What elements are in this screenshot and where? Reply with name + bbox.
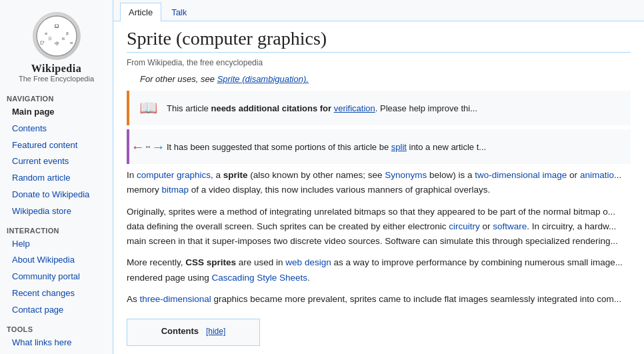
tools-title: Tools (0, 323, 113, 335)
svg-text:日: 日 (48, 37, 52, 41)
book-question-icon: 📖 (136, 96, 160, 120)
logo-title: Wikipedia (31, 63, 81, 75)
computer-graphics-link[interactable]: computer graphics (137, 170, 211, 180)
cascading-style-sheets-link[interactable]: Cascading Style Sheets (212, 273, 307, 283)
svg-text:Ω: Ω (54, 23, 59, 29)
sidebar-item-help[interactable]: Help (0, 236, 113, 253)
needs-citations-text: needs additional citations for (211, 103, 333, 113)
italic-note-prefix: For other uses, see (140, 74, 217, 84)
svg-text:中: 中 (54, 41, 59, 47)
sidebar: Ω α β ひ 中 и 日 Ж Wikipedia The Free Encyc… (0, 0, 113, 354)
contents-header: Contents [hide] (137, 326, 250, 336)
paragraph-2: Originally, sprites were a method of int… (127, 205, 631, 249)
tabs-bar: Article Talk (113, 0, 644, 21)
split-notice-text: It has been suggested that some portions… (167, 142, 486, 152)
split-notice: ← •• → It has been suggested that some p… (127, 129, 631, 164)
verification-notice: 📖 This article needs additional citation… (127, 91, 631, 125)
sidebar-item-contact[interactable]: Contact page (0, 302, 113, 319)
article-body: Sprite (computer graphics) From Wikipedi… (113, 21, 644, 354)
contents-box: Contents [hide] (127, 319, 260, 346)
tab-article[interactable]: Article (120, 3, 161, 21)
svg-text:Ж: Ж (61, 37, 65, 41)
svg-text:ひ: ひ (39, 40, 44, 45)
sidebar-item-featured-content[interactable]: Featured content (0, 137, 113, 154)
software-link[interactable]: software (493, 221, 527, 231)
sidebar-item-current-events[interactable]: Current events (0, 153, 113, 170)
three-dimensional-link[interactable]: three-dimensional (140, 294, 211, 304)
logo-area: Ω α β ひ 中 и 日 Ж Wikipedia The Free Encyc… (0, 5, 113, 88)
italic-disambiguation-note: For other uses, see Sprite (disambiguati… (127, 74, 631, 84)
tools-section: Tools What links here Related changes Up… (0, 323, 113, 354)
sprite-term: sprite (223, 170, 248, 180)
contents-label: Contents (161, 326, 199, 336)
synonyms-link[interactable]: Synonyms (385, 170, 427, 180)
wikipedia-logo: Ω α β ひ 中 и 日 Ж (33, 12, 81, 60)
circuitry-link[interactable]: circuitry (449, 221, 480, 231)
verification-notice-text: This article needs additional citations … (167, 103, 477, 113)
web-design-link[interactable]: web design (285, 257, 331, 267)
dots-icon: •• (146, 143, 151, 151)
svg-text:α: α (45, 31, 47, 36)
paragraph-1: In computer graphics, a sprite (also kno… (127, 168, 631, 198)
sidebar-item-random-article[interactable]: Random article (0, 170, 113, 187)
bitmap-link[interactable]: bitmap (162, 185, 189, 195)
interaction-section: Interaction Help About Wikipedia Communi… (0, 224, 113, 319)
sidebar-item-main-page[interactable]: Main page (0, 104, 113, 121)
sidebar-item-what-links-here[interactable]: What links here (0, 335, 113, 351)
arrow-left-icon: ← (131, 139, 145, 155)
paragraph-4: As three-dimensional graphics became mor… (127, 292, 631, 307)
svg-text:и: и (70, 40, 73, 45)
sidebar-item-contents[interactable]: Contents (0, 121, 113, 137)
svg-text:β: β (66, 31, 69, 36)
split-arrows-icon: ← •• → (136, 135, 160, 159)
contents-hide-link[interactable]: [hide] (206, 327, 225, 336)
sidebar-item-about[interactable]: About Wikipedia (0, 252, 113, 269)
animation-link[interactable]: animatio (580, 170, 614, 180)
nav-title: Navigation (0, 92, 113, 104)
article-from: From Wikipedia, the free encyclopedia (127, 58, 631, 67)
css-sprites-term: CSS sprites (185, 257, 236, 267)
sidebar-item-donate[interactable]: Donate to Wikipedia (0, 187, 113, 203)
interaction-title: Interaction (0, 224, 113, 236)
nav-section: Navigation Main page Contents Featured c… (0, 92, 113, 220)
logo-subtitle: The Free Encyclopedia (19, 75, 94, 83)
sidebar-item-related-changes[interactable]: Related changes (0, 351, 113, 354)
main-content: Article Talk Sprite (computer graphics) … (113, 0, 644, 354)
paragraph-3: More recently, CSS sprites are used in w… (127, 255, 631, 285)
tab-talk[interactable]: Talk (163, 3, 195, 21)
arrow-right-icon: → (152, 139, 165, 155)
disambiguation-link[interactable]: Sprite (disambiguation). (217, 74, 309, 84)
split-link[interactable]: split (391, 142, 407, 152)
sidebar-item-community-portal[interactable]: Community portal (0, 269, 113, 285)
article-title: Sprite (computer graphics) (127, 28, 631, 53)
sidebar-item-recent-changes[interactable]: Recent changes (0, 285, 113, 302)
two-dimensional-image-link[interactable]: two-dimensional image (475, 170, 567, 180)
sidebar-item-store[interactable]: Wikipedia store (0, 203, 113, 220)
verification-link[interactable]: verification (334, 103, 375, 113)
